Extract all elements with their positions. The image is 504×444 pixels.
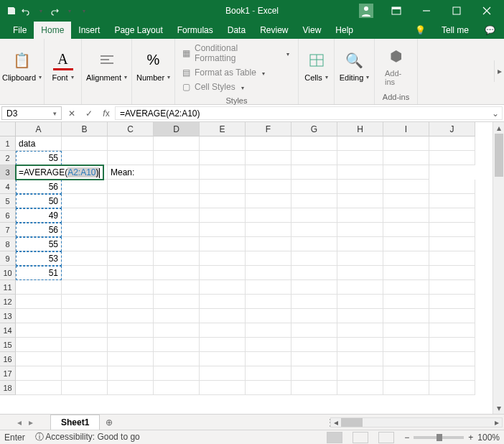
cell-H17[interactable] (337, 366, 383, 381)
cell-J11[interactable] (429, 280, 475, 295)
undo-dropdown-icon[interactable] (34, 5, 46, 17)
cell-F11[interactable] (246, 280, 291, 295)
cell-B14[interactable] (62, 323, 108, 338)
row-header-2[interactable]: 2 (0, 151, 16, 165)
cell-H9[interactable] (337, 251, 383, 266)
cell-B13[interactable] (62, 309, 108, 323)
cell-J2[interactable] (429, 151, 475, 165)
cell-F7[interactable] (246, 223, 291, 237)
cell-E11[interactable] (200, 280, 246, 295)
cell-F14[interactable] (246, 323, 291, 338)
cell-J5[interactable] (429, 194, 475, 208)
row-header-16[interactable]: 16 (0, 352, 16, 366)
cell-A15[interactable] (16, 338, 62, 352)
row-header-7[interactable]: 7 (0, 223, 16, 237)
cell-D5[interactable] (154, 194, 200, 208)
row-header-9[interactable]: 9 (0, 251, 16, 266)
cell-D1[interactable] (154, 137, 200, 151)
cell-A5[interactable]: 50 (16, 194, 62, 208)
cell-D8[interactable] (154, 237, 200, 251)
prev-sheet-icon[interactable]: ◂ (17, 417, 22, 427)
cell-B4[interactable] (62, 180, 108, 194)
cell-H5[interactable] (337, 194, 383, 208)
cell-C12[interactable] (108, 295, 154, 309)
ribbon-scroll-right[interactable]: ▸ (494, 60, 504, 82)
cell-I15[interactable] (383, 338, 429, 352)
cell-B1[interactable] (62, 137, 108, 151)
cell-F6[interactable] (246, 208, 291, 223)
cell-B8[interactable] (62, 237, 108, 251)
tab-home[interactable]: Home (34, 22, 71, 39)
accessibility-status[interactable]: ⓘ Accessibility: Good to go (35, 431, 140, 443)
cell-D14[interactable] (154, 323, 200, 338)
cell-E8[interactable] (200, 237, 246, 251)
cell-E15[interactable] (200, 338, 246, 352)
select-all-corner[interactable] (0, 122, 16, 137)
cell-A11[interactable] (16, 280, 62, 295)
cell-B16[interactable] (62, 352, 108, 366)
row-header-8[interactable]: 8 (0, 237, 16, 251)
ribbon-display-icon[interactable] (382, 1, 411, 21)
cell-D2[interactable] (154, 151, 200, 165)
cell-G15[interactable] (291, 338, 337, 352)
cell-F13[interactable] (246, 309, 291, 323)
cell-C10[interactable] (108, 266, 154, 280)
cell-I17[interactable] (383, 366, 429, 381)
cell-H18[interactable] (337, 381, 383, 395)
cell-A6[interactable]: 49 (16, 208, 62, 223)
editing-button[interactable]: 🔍Editing (335, 47, 374, 85)
cell-B17[interactable] (62, 366, 108, 381)
cell-B7[interactable] (62, 223, 108, 237)
expand-formula-icon[interactable]: ⌄ (492, 108, 499, 119)
redo-dropdown-icon[interactable] (63, 5, 75, 17)
cell-D15[interactable] (154, 338, 200, 352)
alignment-button[interactable]: Alignment (82, 47, 131, 85)
vertical-scrollbar[interactable]: ▴ ▾ (493, 122, 504, 414)
cell-D9[interactable] (154, 251, 200, 266)
row-header-3[interactable]: 3 (0, 165, 16, 180)
cell-F3[interactable] (200, 165, 246, 180)
cell-G12[interactable] (291, 295, 337, 309)
cell-J7[interactable] (429, 223, 475, 237)
scroll-thumb[interactable] (495, 134, 503, 177)
cells-button[interactable]: Cells (300, 47, 332, 85)
cell-C13[interactable] (108, 309, 154, 323)
cell-I11[interactable] (383, 280, 429, 295)
scroll-down-icon[interactable]: ▾ (493, 402, 504, 414)
cell-C14[interactable] (108, 323, 154, 338)
cell-I6[interactable] (383, 208, 429, 223)
cell-I9[interactable] (383, 251, 429, 266)
cell-A4[interactable]: 56 (16, 180, 62, 194)
cell-D6[interactable] (154, 208, 200, 223)
cell-J14[interactable] (429, 323, 475, 338)
font-button[interactable]: AFont (48, 47, 78, 85)
cell-D4[interactable] (154, 180, 200, 194)
col-header-D[interactable]: D (154, 122, 200, 137)
qat-customize-icon[interactable] (78, 5, 89, 17)
cell-A12[interactable] (16, 295, 62, 309)
cell-E4[interactable] (200, 180, 246, 194)
cell-F18[interactable] (246, 381, 291, 395)
cell-F8[interactable] (246, 237, 291, 251)
cell-H8[interactable] (337, 237, 383, 251)
cell-G18[interactable] (291, 381, 337, 395)
cell-D11[interactable] (154, 280, 200, 295)
tab-pagelayout[interactable]: Page Layout (107, 22, 169, 39)
cell-E13[interactable] (200, 309, 246, 323)
cell-B2[interactable] (62, 151, 108, 165)
cell-E18[interactable] (200, 381, 246, 395)
comments-icon[interactable]: 💬 (476, 22, 504, 39)
row-header-1[interactable]: 1 (0, 137, 16, 151)
row-header-6[interactable]: 6 (0, 208, 16, 223)
cell-F2[interactable] (246, 151, 291, 165)
cell-G7[interactable] (291, 223, 337, 237)
cell-B15[interactable] (62, 338, 108, 352)
row-header-18[interactable]: 18 (0, 381, 16, 395)
tab-review[interactable]: Review (253, 22, 295, 39)
cell-J16[interactable] (429, 352, 475, 366)
cell-H11[interactable] (337, 280, 383, 295)
cell-F5[interactable] (246, 194, 291, 208)
cell-B6[interactable] (62, 208, 108, 223)
cell-A1[interactable]: data (16, 137, 62, 151)
cells-area[interactable]: data5554Mean:=AVERAGE(A2:A10)56504956555… (16, 137, 475, 395)
